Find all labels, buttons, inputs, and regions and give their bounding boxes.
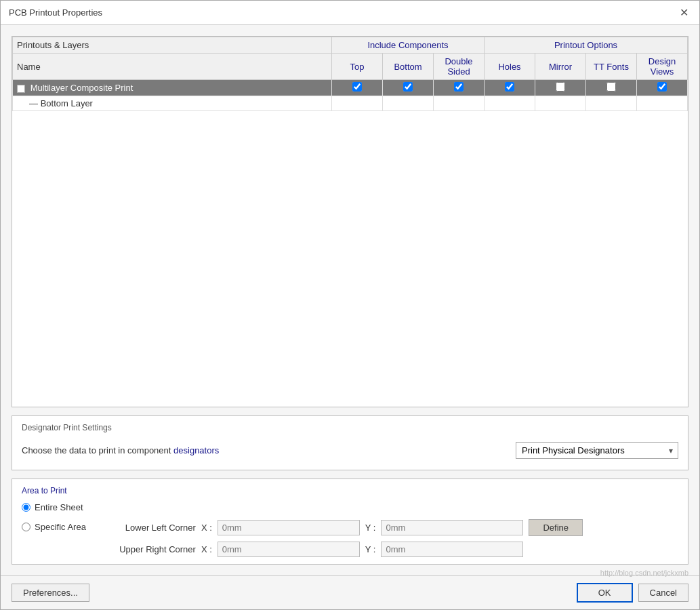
child-empty-7: [637, 96, 688, 111]
entire-sheet-radio[interactable]: [22, 503, 30, 512]
close-button[interactable]: ✕: [677, 7, 691, 18]
designator-label-link: designators: [173, 445, 219, 455]
designator-section-title: Designator Print Settings: [22, 423, 678, 432]
ok-button[interactable]: OK: [577, 583, 633, 603]
col-top: Top: [332, 54, 383, 80]
checkbox-top[interactable]: [352, 82, 362, 92]
checkbox-bottom[interactable]: [403, 82, 413, 92]
specific-area-container: Specific Area Lower Left Corner X : Y : …: [22, 519, 678, 557]
specific-area-label: Specific Area: [35, 522, 86, 532]
checkbox-tt-fonts[interactable]: [606, 82, 616, 92]
specific-area-grid: Lower Left Corner X : Y : Define Upper R…: [108, 519, 583, 557]
row-name: Multilayer Composite Print: [13, 80, 332, 96]
header-printouts-layers: Printouts & Layers: [13, 37, 332, 54]
dialog: PCB Printout Properties ✕ Printouts & La…: [0, 0, 700, 610]
child-row-name-text: Bottom Layer: [41, 98, 93, 108]
table-section: Printouts & Layers Include Components Pr…: [12, 36, 688, 407]
checkbox-double-sided-cell: [434, 80, 485, 96]
checkbox-holes[interactable]: [505, 82, 514, 92]
col-design-views: Design Views: [637, 54, 688, 80]
lower-left-x-input[interactable]: [218, 520, 360, 535]
lower-left-label: Lower Left Corner: [108, 523, 196, 533]
dialog-title: PCB Printout Properties: [9, 7, 102, 18]
lower-left-y-input[interactable]: [381, 520, 523, 535]
child-row-name: — Bottom Layer: [13, 96, 332, 111]
checkbox-mirror[interactable]: [556, 82, 565, 92]
col-tt-fonts: TT Fonts: [586, 54, 637, 80]
checkbox-holes-cell: [485, 80, 535, 96]
upper-right-y-input[interactable]: [381, 542, 523, 557]
bottom-bar: Preferences... OK Cancel: [1, 575, 699, 609]
designator-label-part1: Choose the data to print in component: [22, 445, 173, 455]
col-name: Name: [13, 54, 332, 80]
define-button[interactable]: Define: [529, 519, 583, 536]
designator-dropdown[interactable]: Print Physical Designators Print Logical…: [516, 442, 678, 459]
dialog-content: Printouts & Layers Include Components Pr…: [1, 25, 699, 575]
child-empty-3: [434, 96, 485, 111]
bottom-right-buttons: OK Cancel: [577, 583, 688, 603]
checkbox-design-views-cell: [637, 80, 688, 96]
entire-sheet-label: Entire Sheet: [35, 502, 83, 512]
checkbox-tt-fonts-cell: [586, 80, 637, 96]
checkbox-top-cell: [332, 80, 383, 96]
row-name-text: Multilayer Composite Print: [30, 83, 133, 93]
checkbox-bottom-cell: [383, 80, 434, 96]
preferences-button[interactable]: Preferences...: [12, 584, 89, 602]
watermark: http://blog.csdn.net/jckxmb: [600, 569, 688, 577]
checkbox-double-sided[interactable]: [454, 82, 464, 92]
upper-right-y-label: Y :: [365, 544, 376, 554]
designator-select-wrapper: Print Physical Designators Print Logical…: [516, 442, 678, 459]
designator-row: Choose the data to print in component de…: [22, 438, 678, 463]
col-bottom: Bottom: [383, 54, 434, 80]
designator-section: Designator Print Settings Choose the dat…: [12, 415, 688, 470]
col-double-sided: Double Sided: [434, 54, 485, 80]
header-printout-options: Printout Options: [485, 37, 688, 54]
header-include-components: Include Components: [332, 37, 485, 54]
entire-sheet-row: Entire Sheet: [22, 502, 678, 512]
child-empty-5: [535, 96, 586, 111]
lower-left-y-label: Y :: [365, 523, 376, 533]
area-section-title: Area to Print: [22, 486, 678, 495]
table-row-child[interactable]: — Bottom Layer: [13, 96, 688, 111]
col-holes: Holes: [485, 54, 535, 80]
child-empty-6: [586, 96, 637, 111]
col-mirror: Mirror: [535, 54, 586, 80]
child-empty-2: [383, 96, 434, 111]
printout-table: Printouts & Layers Include Components Pr…: [12, 37, 688, 111]
lower-left-x-label: X :: [201, 523, 212, 533]
upper-right-x-input[interactable]: [218, 542, 360, 557]
table-row[interactable]: Multilayer Composite Print: [13, 80, 688, 96]
specific-area-radio-row: Specific Area: [22, 522, 86, 532]
upper-right-row: Upper Right Corner X : Y :: [108, 542, 583, 557]
area-section: Area to Print Entire Sheet Specific Area…: [12, 479, 688, 565]
lower-left-row: Lower Left Corner X : Y : Define: [108, 519, 583, 536]
cancel-button[interactable]: Cancel: [638, 584, 688, 602]
checkbox-design-views[interactable]: [657, 82, 667, 92]
upper-right-label: Upper Right Corner: [108, 544, 196, 554]
child-empty-4: [485, 96, 535, 111]
upper-right-x-label: X :: [201, 544, 212, 554]
title-bar: PCB Printout Properties ✕: [1, 1, 699, 25]
specific-area-radio[interactable]: [22, 523, 30, 531]
checkbox-mirror-cell: [535, 80, 586, 96]
row-indicator: [17, 85, 25, 93]
designator-label: Choose the data to print in component de…: [22, 445, 219, 455]
child-empty-1: [332, 96, 383, 111]
